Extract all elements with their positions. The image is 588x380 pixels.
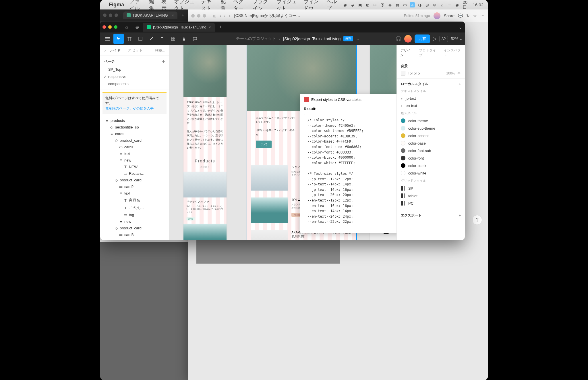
status-icon[interactable]: ⦿ [380, 2, 385, 7]
pen-tool[interactable] [146, 34, 156, 44]
frame-tool[interactable] [124, 34, 135, 44]
layer-rect[interactable]: ▭Rectan… [100, 170, 169, 177]
page-dropdown[interactable]: resp… [155, 48, 165, 52]
layer-frame[interactable]: ≡text [100, 190, 169, 197]
bg-hex[interactable]: F5F5F5 [408, 71, 420, 75]
tab-prototype[interactable]: プロトタイプ [415, 45, 440, 61]
chevron-down-icon[interactable]: ⌄ [356, 37, 359, 41]
window-controls[interactable] [191, 14, 206, 18]
css-output[interactable]: /* Color styles */ --color-theme: #2495A… [304, 114, 396, 228]
main-menu-button[interactable] [102, 34, 113, 44]
tab-layers[interactable]: レイヤー [109, 48, 124, 53]
add-export-button[interactable]: + [459, 214, 461, 218]
tab-assets[interactable]: アセット [128, 48, 143, 53]
search-icon[interactable]: ⌕ [440, 2, 445, 7]
comment-tool[interactable] [190, 34, 200, 44]
menubar-time[interactable]: 16:02 [473, 2, 483, 7]
color-style[interactable]: color-sub-theme [401, 124, 461, 132]
grid-style[interactable]: tablet [401, 192, 461, 199]
status-icon[interactable]: ◉ [343, 2, 348, 7]
grid-style[interactable]: SP [401, 185, 461, 192]
browser-tab[interactable]: TSUKIAKARI LIVING × [123, 11, 177, 19]
move-tool[interactable] [113, 34, 124, 44]
new-tab-button[interactable]: + [181, 13, 184, 18]
comment-icon[interactable]: 💬 [458, 14, 463, 18]
avatar[interactable] [404, 35, 412, 43]
color-style[interactable]: color-base [401, 139, 461, 147]
add-style-button[interactable]: + [459, 82, 461, 86]
color-style[interactable]: color-white [401, 169, 461, 177]
page-item[interactable]: SP_Top [100, 66, 169, 73]
layer-frame[interactable]: ▭card3 [100, 231, 169, 238]
color-style[interactable]: color-font-sub [401, 147, 461, 154]
color-style[interactable]: color-font [401, 154, 461, 162]
figma-canvas[interactable]: TSUKIAKARI LIVINGは、シンプルモダンをテーマにし、ミニマリズムと… [169, 45, 396, 240]
add-button[interactable]: + [228, 14, 231, 18]
more-icon[interactable]: ⋯ [480, 14, 484, 18]
history-icon[interactable]: ↻ [466, 14, 470, 18]
color-style[interactable]: color-accent [401, 132, 461, 139]
tab-inspect[interactable]: インスペクト [440, 45, 465, 61]
chevron-down-icon[interactable]: ⌄ [456, 22, 465, 32]
file-name[interactable]: [Step02]design_TsukiakariLiving [283, 37, 341, 41]
grid-style[interactable]: PC [401, 199, 461, 207]
search-icon[interactable]: ⌕ [104, 48, 106, 52]
layer-frame[interactable]: ≡text [100, 150, 169, 157]
layer-frame[interactable]: ▭card1 [100, 144, 169, 150]
status-icon[interactable]: ◐ [365, 2, 370, 7]
status-icon[interactable]: ⬙ [350, 2, 355, 7]
text-style[interactable]: ▸en-text [401, 102, 461, 109]
layer-component[interactable]: ◇sectiontitle_sp [100, 124, 169, 130]
close-tab-icon[interactable]: × [209, 25, 211, 29]
status-icon[interactable]: ⊕ [372, 2, 378, 7]
shape-tool[interactable] [135, 34, 146, 44]
color-style[interactable]: color-black [401, 162, 461, 169]
present-icon[interactable]: ▷ [433, 36, 436, 41]
layer-frame[interactable]: ≡new [100, 218, 169, 225]
layer-frame[interactable]: ≡cards [100, 130, 169, 137]
status-icon[interactable]: ◎ [425, 2, 430, 7]
status-icon[interactable]: ▭ [402, 2, 407, 7]
color-style[interactable]: color-theme [401, 117, 461, 124]
siri-icon[interactable]: ◉ [454, 2, 460, 7]
text-tool[interactable]: T [157, 34, 167, 44]
layer-text[interactable]: Tこの文… [100, 204, 169, 212]
layer-component[interactable]: ◇product_card [100, 137, 169, 144]
frame-sp[interactable]: TSUKIAKARI LIVINGは、シンプルモダンをテーマにし、ミニマリズムと… [183, 45, 227, 240]
page-item[interactable]: responsive [100, 73, 169, 80]
add-page-button[interactable]: + [162, 59, 165, 64]
layer-frame[interactable]: ▭tag [100, 212, 169, 218]
status-icon[interactable]: ▦ [395, 2, 400, 7]
dev-mode-button[interactable]: A? [439, 36, 448, 42]
window-controls[interactable] [102, 25, 117, 29]
tab-design[interactable]: デザイン [397, 45, 415, 61]
layer-component[interactable]: ◇product_card [100, 225, 169, 231]
status-icon[interactable]: ◑ [417, 2, 422, 7]
headphones-icon[interactable]: 🎧 [396, 36, 401, 41]
share-button[interactable]: 共有 [415, 34, 430, 43]
window-controls[interactable] [103, 14, 118, 17]
community-icon[interactable]: ⊕ [132, 22, 142, 32]
sidebar-toggle-icon[interactable]: ⊞ [213, 14, 216, 18]
hand-tool[interactable] [179, 34, 189, 44]
file-tab[interactable]: [Step02]design_TsukiakariLiving × [143, 23, 215, 32]
resources-tool[interactable] [168, 34, 178, 44]
new-tab-button[interactable]: + [216, 22, 225, 32]
back-button[interactable]: ‹ [220, 14, 221, 18]
status-icon[interactable]: ◈ [387, 2, 392, 7]
layer-frame[interactable]: ≡new [100, 157, 169, 164]
wifi-icon[interactable]: ⊜ [432, 2, 437, 7]
layer-text[interactable]: T商品名 [100, 197, 169, 204]
control-center-icon[interactable]: ⚌ [447, 2, 452, 7]
layer-frame[interactable]: ≡text [100, 238, 169, 240]
upgrade-link[interactable]: 無制限のページ、その他を入手 [105, 106, 154, 110]
help-button[interactable]: ? [472, 215, 482, 225]
page-item[interactable]: components [100, 80, 169, 87]
layer-frame[interactable]: ≡products [100, 117, 169, 124]
app-name[interactable]: Figma [109, 2, 124, 8]
visibility-icon[interactable]: 👁 [457, 71, 461, 75]
layer-frame[interactable]: ▭card2 [100, 183, 169, 190]
about-button[interactable]: ついて [256, 141, 272, 148]
text-style[interactable]: ▸jp-text [401, 95, 461, 102]
forward-button[interactable]: › [224, 14, 225, 18]
